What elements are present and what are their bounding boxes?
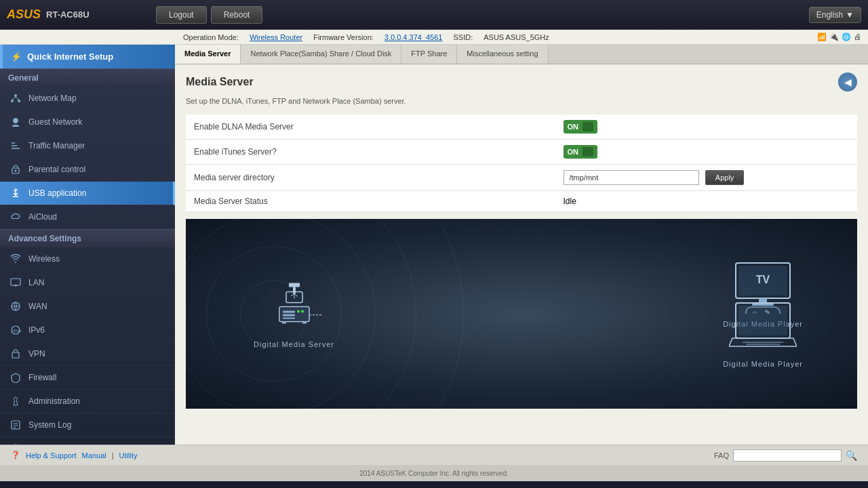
sidebar-item-vpn[interactable]: VPN <box>0 342 175 366</box>
operation-mode-value: Wireless Router <box>250 33 302 41</box>
sidebar-item-firewall[interactable]: Firewall <box>0 366 175 390</box>
sidebar-label: Traffic Manager <box>28 141 85 150</box>
svg-text:TV: TV <box>756 274 770 285</box>
table-row: Media Server Status Idle <box>186 191 857 212</box>
setting-value: ON <box>555 140 858 165</box>
quick-setup-item[interactable]: ⚡ Quick Internet Setup <box>0 45 175 68</box>
svg-text:IPv6: IPv6 <box>13 329 21 333</box>
settings-table: Enable DLNA Media Server ON Enable iTune… <box>186 115 857 212</box>
sidebar-label: Guest Network <box>28 117 82 127</box>
page-title: Media Server <box>186 76 254 88</box>
tab-ftp-share[interactable]: FTP Share <box>401 45 457 64</box>
svg-point-32 <box>301 310 304 313</box>
svg-point-6 <box>15 170 17 172</box>
svg-line-24 <box>291 294 294 296</box>
logout-button[interactable]: Logout <box>156 6 207 24</box>
tab-miscellaneous[interactable]: Miscellaneous setting <box>457 45 548 64</box>
sidebar-item-guest-network[interactable]: Guest Network <box>0 110 175 134</box>
status-icons: 📶 🔌 🌐 🖨 <box>817 33 861 41</box>
sidebar-item-system-log[interactable]: System Log <box>0 413 175 437</box>
setting-value: Idle <box>555 191 858 212</box>
utility-link[interactable]: Utility <box>119 451 138 460</box>
sidebar-label: USB application <box>28 188 86 198</box>
sidebar-item-ipv6[interactable]: IPv6 IPv6 <box>0 319 175 342</box>
sidebar-label: LAN <box>28 278 44 287</box>
network-map-icon <box>9 92 22 104</box>
asus-logo: ASUS <box>7 7 41 22</box>
help-support-link[interactable]: Help & Support <box>26 451 77 460</box>
svg-line-25 <box>294 294 298 297</box>
page-header: Media Server ◀ <box>186 73 857 92</box>
sidebar-label: IPv6 <box>28 325 45 335</box>
setting-label: Media Server Status <box>186 191 555 212</box>
setting-label: Media server directory <box>186 165 555 191</box>
sidebar-item-aicloud[interactable]: AiCloud <box>0 205 175 229</box>
sidebar-label: WAN <box>28 302 47 311</box>
lan-icon <box>9 277 22 289</box>
media-player-laptop: Digital Media Player <box>723 300 803 368</box>
media-dir-input[interactable] <box>564 170 699 185</box>
svg-rect-29 <box>283 314 295 317</box>
dlna-toggle[interactable]: ON <box>564 120 598 134</box>
footer-search-input[interactable] <box>733 449 842 462</box>
faq-label: FAQ <box>714 451 729 460</box>
guest-network-icon <box>9 116 22 128</box>
network-icon: 🌐 <box>842 33 851 41</box>
sidebar-item-network-tools[interactable]: Network Tools <box>0 437 175 445</box>
svg-rect-30 <box>283 318 295 319</box>
top-bar: ASUS RT-AC68U Logout Reboot English ▼ <box>0 0 868 30</box>
content-area: Media Server Network Place(Samba) Share … <box>175 45 868 445</box>
setting-value: ON <box>555 115 858 140</box>
vpn-icon <box>9 348 22 360</box>
setting-label: Enable DLNA Media Server <box>186 115 555 140</box>
svg-rect-15 <box>12 352 19 358</box>
sidebar-label: Wireless <box>28 254 60 264</box>
svg-point-0 <box>14 94 17 97</box>
sidebar-label: Administration <box>28 396 80 406</box>
itunes-toggle[interactable]: ON <box>564 145 598 159</box>
table-row: Media server directory Apply <box>186 165 857 191</box>
apply-button[interactable]: Apply <box>705 170 745 185</box>
svg-rect-21 <box>293 287 296 294</box>
sidebar-item-administration[interactable]: Administration <box>0 390 175 413</box>
language-label: English <box>816 10 843 20</box>
wan-icon <box>9 300 22 312</box>
back-button[interactable]: ◀ <box>838 73 857 92</box>
language-selector[interactable]: English ▼ <box>809 7 861 23</box>
footer: ❓ Help & Support Manual | Utility FAQ 🔍 <box>0 445 868 465</box>
wireless-icon <box>9 253 22 265</box>
wifi-icon: 📶 <box>817 33 827 41</box>
traffic-manager-icon <box>9 140 22 152</box>
sidebar-item-wireless[interactable]: Wireless <box>0 247 175 271</box>
general-section-header: General <box>0 68 175 87</box>
page-description: Set up the DLNA, iTunes, FTP and Network… <box>186 97 857 105</box>
ipv6-icon: IPv6 <box>9 324 22 336</box>
model-name: RT-AC68U <box>46 9 90 20</box>
sidebar-item-wan[interactable]: WAN <box>0 295 175 319</box>
sidebar-item-traffic-manager[interactable]: Traffic Manager <box>0 134 175 158</box>
administration-icon <box>9 395 22 407</box>
advanced-section-header: Advanced Settings <box>0 229 175 247</box>
sidebar-item-usb-application[interactable]: USB application <box>0 182 175 205</box>
sidebar-label: Firewall <box>28 373 56 382</box>
sidebar-item-parental-control[interactable]: Parental control <box>0 158 175 182</box>
sidebar-item-lan[interactable]: LAN <box>0 271 175 295</box>
manual-link[interactable]: Manual <box>82 451 106 460</box>
firewall-icon <box>9 371 22 384</box>
svg-rect-28 <box>283 311 295 313</box>
media-illustration: Digital Media Server TV <box>186 219 857 409</box>
svg-rect-9 <box>11 279 20 285</box>
svg-line-3 <box>12 97 16 100</box>
operation-mode-label: Operation Mode: <box>183 33 239 41</box>
search-icon[interactable]: 🔍 <box>846 450 857 461</box>
tab-network-place[interactable]: Network Place(Samba) Share / Cloud Disk <box>241 45 401 64</box>
sidebar-item-network-map[interactable]: Network Map <box>0 87 175 110</box>
reboot-button[interactable]: Reboot <box>211 6 263 24</box>
setting-value: Apply <box>555 165 858 191</box>
logo-area: ASUS RT-AC68U <box>7 7 142 22</box>
tab-media-server[interactable]: Media Server <box>175 45 241 64</box>
svg-point-7 <box>14 190 15 191</box>
sidebar-label: System Log <box>28 420 71 430</box>
media-server-device: Digital Media Server <box>254 280 334 348</box>
help-icon: ❓ <box>11 451 20 460</box>
